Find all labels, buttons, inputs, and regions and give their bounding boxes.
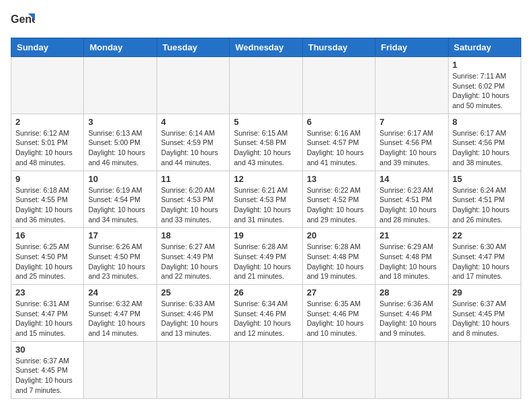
calendar-cell: 10Sunrise: 6:19 AM Sunset: 4:54 PM Dayli…: [84, 171, 157, 228]
day-number: 10: [88, 174, 152, 184]
day-number: 12: [234, 174, 298, 184]
calendar-week-5: 23Sunrise: 6:31 AM Sunset: 4:47 PM Dayli…: [11, 285, 521, 342]
day-number: 14: [380, 174, 443, 184]
day-info: Sunrise: 6:19 AM Sunset: 4:54 PM Dayligh…: [88, 185, 152, 225]
calendar-cell: [157, 57, 229, 114]
calendar-cell: 4Sunrise: 6:14 AM Sunset: 4:59 PM Daylig…: [157, 113, 229, 171]
day-info: Sunrise: 6:32 AM Sunset: 4:47 PM Dayligh…: [88, 299, 152, 338]
weekday-header-monday: Monday: [84, 38, 157, 57]
calendar-cell: [375, 57, 448, 114]
day-info: Sunrise: 6:31 AM Sunset: 4:47 PM Dayligh…: [15, 299, 79, 338]
day-info: Sunrise: 6:22 AM Sunset: 4:52 PM Dayligh…: [307, 185, 371, 225]
day-info: Sunrise: 6:28 AM Sunset: 4:48 PM Dayligh…: [307, 242, 371, 281]
calendar-week-2: 2Sunrise: 6:12 AM Sunset: 5:01 PM Daylig…: [11, 113, 521, 171]
day-info: Sunrise: 6:34 AM Sunset: 4:46 PM Dayligh…: [234, 299, 298, 338]
calendar-week-1: 1Sunrise: 7:11 AM Sunset: 6:02 PM Daylig…: [11, 57, 521, 114]
logo-icon: General: [11, 11, 35, 30]
calendar-cell: [157, 341, 229, 398]
day-number: 2: [15, 117, 79, 127]
calendar-cell: 16Sunrise: 6:25 AM Sunset: 4:50 PM Dayli…: [11, 228, 84, 285]
day-number: 13: [307, 174, 371, 184]
calendar-cell: 21Sunrise: 6:29 AM Sunset: 4:48 PM Dayli…: [375, 228, 448, 285]
calendar-cell: 27Sunrise: 6:35 AM Sunset: 4:46 PM Dayli…: [302, 285, 375, 342]
weekday-header-row: SundayMondayTuesdayWednesdayThursdayFrid…: [11, 38, 521, 57]
calendar-cell: 9Sunrise: 6:18 AM Sunset: 4:55 PM Daylig…: [11, 171, 84, 228]
day-number: 1: [453, 60, 517, 70]
day-info: Sunrise: 6:25 AM Sunset: 4:50 PM Dayligh…: [15, 242, 79, 281]
day-info: Sunrise: 6:36 AM Sunset: 4:46 PM Dayligh…: [380, 299, 443, 338]
weekday-header-sunday: Sunday: [11, 38, 84, 57]
day-info: Sunrise: 7:11 AM Sunset: 6:02 PM Dayligh…: [453, 71, 517, 111]
calendar-cell: [448, 341, 521, 398]
day-info: Sunrise: 6:23 AM Sunset: 4:51 PM Dayligh…: [380, 185, 443, 225]
weekday-header-saturday: Saturday: [448, 38, 521, 57]
day-number: 18: [161, 230, 225, 240]
day-number: 28: [380, 287, 443, 298]
calendar-cell: [302, 341, 375, 398]
day-info: Sunrise: 6:17 AM Sunset: 4:56 PM Dayligh…: [453, 128, 517, 168]
calendar-cell: [84, 57, 157, 114]
day-info: Sunrise: 6:16 AM Sunset: 4:57 PM Dayligh…: [307, 128, 371, 168]
day-info: Sunrise: 6:26 AM Sunset: 4:50 PM Dayligh…: [88, 242, 152, 281]
day-number: 6: [307, 117, 371, 127]
day-info: Sunrise: 6:14 AM Sunset: 4:59 PM Dayligh…: [161, 128, 225, 168]
day-info: Sunrise: 6:35 AM Sunset: 4:46 PM Dayligh…: [307, 299, 371, 338]
page-header: General: [11, 11, 521, 30]
calendar-cell: 29Sunrise: 6:37 AM Sunset: 4:45 PM Dayli…: [448, 285, 521, 342]
calendar-cell: 7Sunrise: 6:17 AM Sunset: 4:56 PM Daylig…: [375, 113, 448, 171]
calendar-cell: 11Sunrise: 6:20 AM Sunset: 4:53 PM Dayli…: [157, 171, 229, 228]
day-info: Sunrise: 6:28 AM Sunset: 4:49 PM Dayligh…: [234, 242, 298, 281]
calendar-cell: 2Sunrise: 6:12 AM Sunset: 5:01 PM Daylig…: [11, 113, 84, 171]
calendar-cell: 15Sunrise: 6:24 AM Sunset: 4:51 PM Dayli…: [448, 171, 521, 228]
day-number: 11: [161, 174, 225, 184]
day-info: Sunrise: 6:15 AM Sunset: 4:58 PM Dayligh…: [234, 128, 298, 168]
calendar-cell: 14Sunrise: 6:23 AM Sunset: 4:51 PM Dayli…: [375, 171, 448, 228]
day-number: 16: [15, 230, 79, 240]
calendar-cell: 19Sunrise: 6:28 AM Sunset: 4:49 PM Dayli…: [230, 228, 302, 285]
day-number: 4: [161, 117, 225, 127]
calendar-cell: 3Sunrise: 6:13 AM Sunset: 5:00 PM Daylig…: [84, 113, 157, 171]
day-info: Sunrise: 6:24 AM Sunset: 4:51 PM Dayligh…: [453, 185, 517, 225]
day-info: Sunrise: 6:13 AM Sunset: 5:00 PM Dayligh…: [88, 128, 152, 168]
day-number: 29: [453, 287, 517, 298]
day-number: 22: [453, 230, 517, 240]
weekday-header-thursday: Thursday: [302, 38, 375, 57]
day-number: 19: [234, 230, 298, 240]
calendar-cell: 12Sunrise: 6:21 AM Sunset: 4:53 PM Dayli…: [230, 171, 302, 228]
calendar-cell: 25Sunrise: 6:33 AM Sunset: 4:46 PM Dayli…: [157, 285, 229, 342]
calendar-cell: 13Sunrise: 6:22 AM Sunset: 4:52 PM Dayli…: [302, 171, 375, 228]
calendar-week-4: 16Sunrise: 6:25 AM Sunset: 4:50 PM Dayli…: [11, 228, 521, 285]
day-number: 23: [15, 287, 79, 298]
calendar-cell: 5Sunrise: 6:15 AM Sunset: 4:58 PM Daylig…: [230, 113, 302, 171]
day-info: Sunrise: 6:21 AM Sunset: 4:53 PM Dayligh…: [234, 185, 298, 225]
calendar-cell: [230, 57, 302, 114]
day-number: 24: [88, 287, 152, 298]
day-number: 7: [380, 117, 443, 127]
calendar-cell: 23Sunrise: 6:31 AM Sunset: 4:47 PM Dayli…: [11, 285, 84, 342]
day-info: Sunrise: 6:27 AM Sunset: 4:49 PM Dayligh…: [161, 242, 225, 281]
calendar-cell: [302, 57, 375, 114]
logo: General: [11, 11, 38, 30]
day-info: Sunrise: 6:37 AM Sunset: 4:45 PM Dayligh…: [453, 299, 517, 338]
day-info: Sunrise: 6:29 AM Sunset: 4:48 PM Dayligh…: [380, 242, 443, 281]
day-info: Sunrise: 6:17 AM Sunset: 4:56 PM Dayligh…: [380, 128, 443, 168]
day-number: 21: [380, 230, 443, 240]
calendar-cell: 6Sunrise: 6:16 AM Sunset: 4:57 PM Daylig…: [302, 113, 375, 171]
day-number: 25: [161, 287, 225, 298]
day-number: 9: [15, 174, 79, 184]
day-number: 26: [234, 287, 298, 298]
calendar-cell: [11, 57, 84, 114]
day-number: 30: [15, 345, 79, 355]
day-number: 17: [88, 230, 152, 240]
day-info: Sunrise: 6:20 AM Sunset: 4:53 PM Dayligh…: [161, 185, 225, 225]
calendar-cell: [230, 341, 302, 398]
calendar-cell: 30Sunrise: 6:37 AM Sunset: 4:45 PM Dayli…: [11, 341, 84, 398]
day-number: 8: [453, 117, 517, 127]
weekday-header-tuesday: Tuesday: [157, 38, 229, 57]
calendar-cell: 1Sunrise: 7:11 AM Sunset: 6:02 PM Daylig…: [448, 57, 521, 114]
calendar-cell: 22Sunrise: 6:30 AM Sunset: 4:47 PM Dayli…: [448, 228, 521, 285]
day-number: 20: [307, 230, 371, 240]
day-number: 3: [88, 117, 152, 127]
day-info: Sunrise: 6:33 AM Sunset: 4:46 PM Dayligh…: [161, 299, 225, 338]
weekday-header-friday: Friday: [375, 38, 448, 57]
